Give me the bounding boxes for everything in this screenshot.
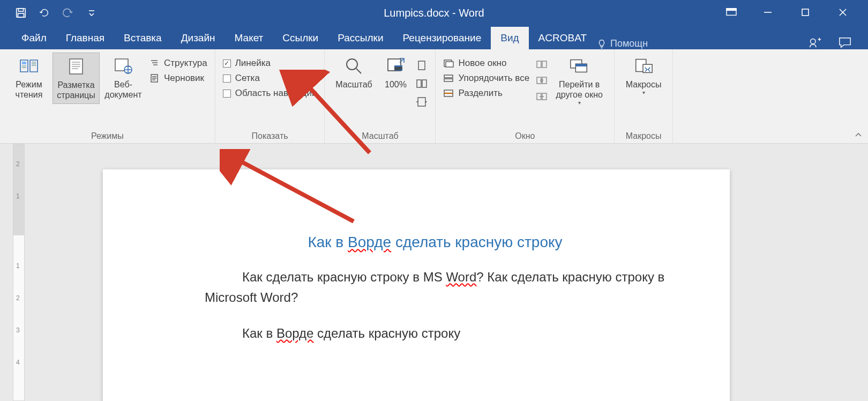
arrange-all-label: Упорядочить все [458,73,529,84]
paragraph-2: Как в Ворде сделать красную строку [205,323,665,344]
tab-design[interactable]: Дизайн [171,27,225,49]
group-zoom: Масштаб 100 100% Масштаб [325,49,436,143]
one-page-icon[interactable] [416,60,428,71]
svg-rect-5 [727,9,736,11]
maximize-icon[interactable] [800,8,811,18]
document-heading: Как в Ворде сделать красную строку [205,234,665,251]
svg-rect-42 [418,98,425,106]
arrange-all-icon [443,73,454,84]
svg-rect-47 [444,75,453,78]
side-by-side-icon[interactable] [536,60,548,69]
switch-windows-button[interactable]: Перейти в другое окно ▾ [550,53,609,109]
tab-insert[interactable]: Вставка [114,27,171,49]
tab-file[interactable]: Файл [12,27,56,49]
draft-label: Черновик [164,73,204,84]
document-page[interactable]: Как в Ворде сделать красную строку Как с… [103,169,730,401]
gridlines-checkbox[interactable]: Сетка [223,73,317,84]
split-button[interactable]: Разделить [443,88,529,99]
group-macros-label: Макросы [620,129,667,142]
outline-label: Структура [164,58,207,69]
checkbox-icon [223,75,231,83]
tab-references[interactable]: Ссылки [273,27,328,49]
zoom-100-button[interactable]: 100 100% [377,53,414,93]
save-icon[interactable] [15,7,27,19]
macros-label: Макросы [626,79,662,90]
svg-rect-63 [643,64,652,72]
gridlines-label: Сетка [235,73,260,84]
svg-rect-51 [537,61,541,68]
svg-rect-52 [542,61,547,68]
outline-button[interactable]: Структура [149,58,207,69]
macros-button[interactable]: Макросы ▾ [620,53,667,99]
quick-access-toolbar [0,7,98,19]
switch-windows-icon [568,56,590,76]
tab-review[interactable]: Рецензирование [393,27,491,49]
tab-layout[interactable]: Макет [225,27,273,49]
zoom-button[interactable]: Масштаб [330,53,377,93]
new-window-button[interactable]: Новое окно [443,58,529,69]
zoom-100-label: 100% [385,79,407,90]
web-layout-label: Веб-документ [101,79,146,100]
checkbox-checked-icon [223,60,231,68]
svg-line-34 [356,69,361,73]
title-bar: Lumpics.docx - Word [0,0,868,26]
web-layout-icon [113,56,134,76]
draft-icon [149,73,160,84]
window-controls [725,8,868,18]
svg-rect-13 [22,62,26,64]
ribbon-display-icon[interactable] [725,8,736,18]
switch-windows-label: Перейти в другое окно [551,79,608,100]
group-window-label: Окно [441,129,609,142]
lightbulb-icon [596,39,607,49]
draft-button[interactable]: Черновик [149,73,207,84]
tab-acrobat[interactable]: ACROBAT [529,27,596,49]
ruler-checkbox[interactable]: Линейка [223,58,317,69]
arrange-all-button[interactable]: Упорядочить все [443,73,529,84]
read-mode-icon [18,56,40,76]
read-mode-button[interactable]: Режим чтения [5,53,53,103]
group-views-label: Режимы [5,129,209,142]
web-layout-button[interactable]: Веб-документ [100,53,147,103]
split-icon [443,88,454,99]
svg-rect-48 [444,79,453,81]
tab-view[interactable]: Вид [491,27,528,49]
vertical-ruler[interactable]: 2 1 1 2 3 4 [13,144,25,401]
navigation-checkbox[interactable]: Область навигации [223,88,317,99]
close-icon[interactable] [838,8,849,18]
multi-page-icon[interactable] [416,78,428,89]
group-macros: Макросы ▾ Макросы [615,49,673,143]
tab-mailings[interactable]: Рассылки [328,27,393,49]
svg-text:100: 100 [395,66,402,71]
group-window: Новое окно Упорядочить все Разделить [436,49,615,143]
redo-icon[interactable] [62,7,74,19]
sync-scroll-icon[interactable] [536,76,548,85]
chevron-down-icon: ▾ [578,100,581,106]
undo-icon[interactable] [39,7,50,19]
print-layout-icon [65,56,87,77]
group-views: Режим чтения Разметка страницы Веб-докум… [0,49,215,143]
collapse-ribbon-icon[interactable] [854,131,863,139]
comments-icon[interactable] [838,36,852,49]
split-label: Разделить [458,88,502,99]
ribbon-tabs: Файл Главная Вставка Дизайн Макет Ссылки… [0,26,868,49]
group-zoom-label: Масштаб [330,129,430,142]
svg-point-55 [541,79,543,81]
qat-customize-icon[interactable] [86,7,98,19]
tab-home[interactable]: Главная [56,27,114,49]
print-layout-button[interactable]: Разметка страницы [53,53,100,104]
ruler-label: Линейка [235,58,271,69]
ribbon-view: Режим чтения Разметка страницы Веб-докум… [0,49,868,144]
tell-me[interactable]: Помощн [596,38,648,49]
svg-rect-2 [18,13,24,17]
minimize-icon[interactable] [763,8,774,18]
svg-rect-7 [802,9,809,16]
reset-window-icon[interactable] [536,92,548,101]
share-icon[interactable] [808,35,822,49]
new-window-icon [443,58,454,69]
page-width-icon[interactable] [416,96,428,107]
svg-rect-61 [576,64,587,66]
svg-point-10 [811,39,815,44]
document-area: 2 1 1 2 3 4 Как в Ворде сделать красную … [0,144,868,401]
svg-point-33 [347,59,357,70]
checkbox-icon [223,90,231,98]
